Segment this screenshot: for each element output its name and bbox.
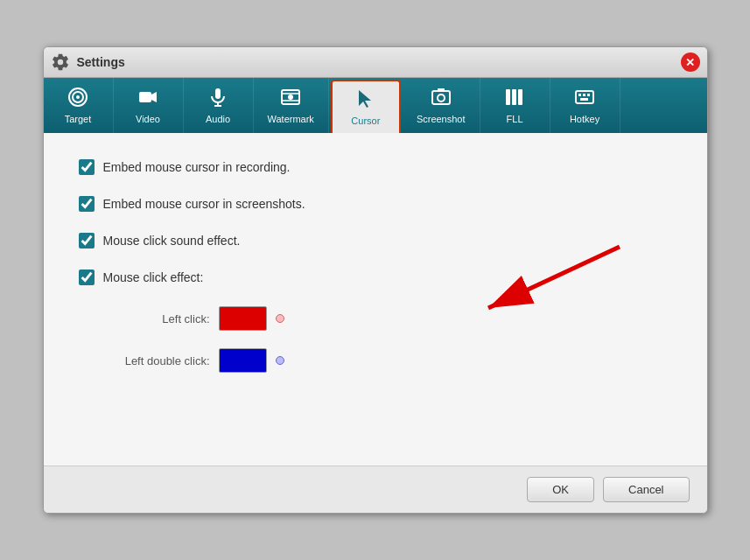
tab-screenshot-label: Screenshot [417,114,466,124]
cancel-button[interactable]: Cancel [603,477,689,502]
svg-marker-12 [359,90,371,108]
left-double-click-color[interactable] [219,348,267,373]
svg-rect-21 [583,94,585,96]
svg-rect-22 [587,94,590,96]
tab-hotkey[interactable]: Hotkey [550,78,620,133]
checkbox-embed-screenshots[interactable] [79,196,95,212]
checkbox-click-effect[interactable] [79,270,95,285]
option-label-1: Embed mouse cursor in screenshots. [103,197,305,211]
video-icon [137,87,158,110]
svg-point-9 [288,94,293,100]
tab-screenshot[interactable]: Screenshot [403,78,480,133]
left-click-color[interactable] [219,306,267,331]
watermark-icon [280,87,301,110]
tab-watermark[interactable]: Watermark [254,78,329,133]
sub-row-left-click: Left click: [105,306,672,331]
svg-rect-5 [215,88,221,99]
svg-rect-23 [580,98,588,101]
fll-icon [504,87,525,110]
svg-point-14 [438,94,445,102]
tab-fll[interactable]: FLL [480,78,550,133]
tab-fll-label: FLL [507,114,523,124]
svg-rect-15 [438,88,445,92]
tab-audio-label: Audio [206,114,230,124]
svg-rect-16 [506,89,510,105]
svg-rect-3 [139,92,151,102]
svg-rect-20 [578,94,581,96]
close-button[interactable] [681,52,700,72]
tab-cursor[interactable]: Cursor [331,80,401,133]
option-row-3: Mouse click effect: [79,270,672,285]
title-bar: Settings [44,47,707,78]
ok-button[interactable]: OK [527,477,594,502]
sub-row-left-double-click: Left double click: [105,348,672,373]
audio-icon [207,87,228,110]
option-row-1: Embed mouse cursor in screenshots. [79,196,672,212]
gear-icon [51,52,70,72]
tab-hotkey-label: Hotkey [570,114,599,124]
tab-watermark-label: Watermark [268,114,314,124]
svg-rect-17 [512,89,516,105]
content-area: Embed mouse cursor in recording. Embed m… [44,133,707,466]
left-click-dot[interactable] [276,314,284,323]
svg-rect-18 [518,89,522,105]
tab-target-label: Target [65,114,92,124]
title-bar-left: Settings [51,52,125,72]
option-label-3: Mouse click effect: [103,270,204,284]
tab-bar: Target Video Audio [44,78,707,133]
footer: OK Cancel [44,466,707,513]
option-label-2: Mouse click sound effect. [103,234,241,248]
tab-target[interactable]: Target [44,78,114,133]
tab-cursor-label: Cursor [351,116,380,126]
svg-rect-19 [576,91,593,103]
hotkey-icon [574,87,595,110]
option-row-2: Mouse click sound effect. [79,233,672,248]
sub-options: Left click: Left double click: [105,306,672,373]
screenshot-icon [431,87,452,110]
left-click-label: Left click: [105,312,210,326]
svg-point-2 [76,95,80,99]
settings-window: Settings Target Video [43,46,708,514]
window-title: Settings [77,55,125,69]
cursor-icon [355,88,376,112]
left-double-click-label: Left double click: [105,354,210,368]
svg-marker-4 [151,92,157,102]
target-icon [67,87,88,110]
tab-video[interactable]: Video [114,78,184,133]
tab-audio[interactable]: Audio [184,78,254,133]
option-label-0: Embed mouse cursor in recording. [103,160,291,174]
checkbox-click-sound[interactable] [79,233,95,248]
checkbox-embed-recording[interactable] [79,159,95,175]
option-row-0: Embed mouse cursor in recording. [79,159,672,175]
left-double-click-dot[interactable] [276,356,284,365]
tab-video-label: Video [136,114,160,124]
